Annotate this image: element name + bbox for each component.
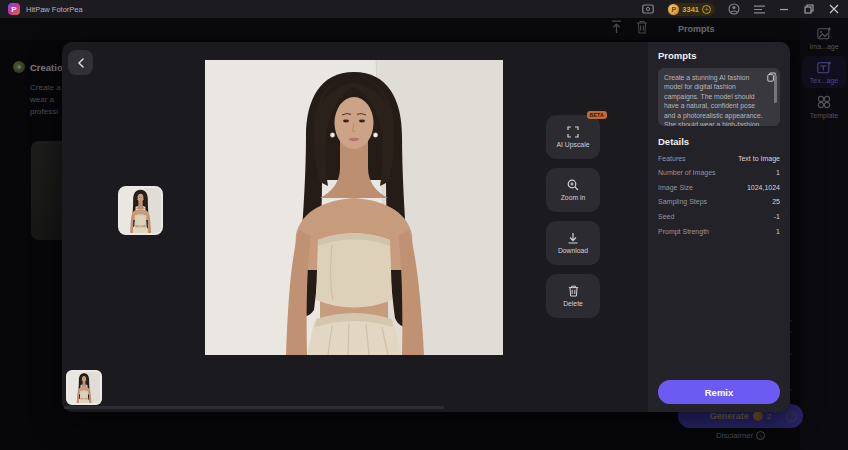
app-logo-icon: P	[8, 3, 20, 15]
restore-icon[interactable]	[803, 3, 815, 15]
add-credits-icon[interactable]: +	[702, 5, 711, 14]
remix-button[interactable]: Remix	[658, 380, 780, 404]
detail-row-features: Features Text to Image	[658, 155, 780, 162]
prompt-textarea[interactable]: Create a stunning AI fashion model for d…	[658, 68, 780, 126]
zoom-in-icon	[567, 179, 579, 191]
prompts-title: Prompts	[658, 50, 780, 61]
action-label: AI Upscale	[557, 141, 590, 148]
ai-upscale-button[interactable]: BETA AI Upscale	[546, 115, 600, 159]
back-button[interactable]	[68, 50, 93, 75]
thumbnail-preview[interactable]	[118, 186, 163, 235]
prompt-scrollbar[interactable]	[774, 75, 777, 103]
detail-label: Seed	[658, 213, 674, 220]
prompt-details-panel: Prompts Create a stunning AI fashion mod…	[648, 42, 790, 412]
delete-button[interactable]: Delete	[546, 274, 600, 318]
app-window: P HitPaw FotorPea P 3341 +	[0, 0, 848, 450]
credits-badge[interactable]: P 3341 +	[667, 3, 715, 16]
credits-count: 3341	[682, 5, 699, 14]
account-icon[interactable]	[728, 3, 740, 15]
horizontal-scrollbar[interactable]	[64, 406, 444, 409]
detail-value: 25	[772, 198, 780, 205]
menu-icon[interactable]	[753, 3, 765, 15]
beta-badge: BETA	[587, 111, 607, 119]
detail-value: -1	[774, 213, 780, 220]
detail-value: 1	[776, 169, 780, 176]
detail-label: Image Size	[658, 184, 693, 191]
detail-value: 1	[776, 228, 780, 235]
detail-value: Text to Image	[738, 155, 780, 162]
titlebar: P HitPaw FotorPea P 3341 +	[0, 0, 848, 18]
zoom-in-button[interactable]: Zoom in	[546, 168, 600, 212]
detail-row-image-size: Image Size 1024,1024	[658, 184, 780, 191]
result-preview-modal: BETA AI Upscale Zoom in Download Delete …	[62, 42, 790, 412]
minimize-icon[interactable]	[778, 3, 790, 15]
detail-label: Features	[658, 155, 686, 162]
chevron-left-icon	[77, 58, 85, 68]
detail-row-sampling-steps: Sampling Steps 25	[658, 198, 780, 205]
delete-icon	[568, 285, 579, 297]
generated-image[interactable]	[205, 60, 503, 355]
detail-label: Number of Images	[658, 169, 716, 176]
detail-label: Prompt Strength	[658, 228, 709, 235]
coin-icon: P	[668, 4, 679, 15]
detail-row-seed: Seed -1	[658, 213, 780, 220]
screenshot-icon[interactable]	[642, 3, 654, 15]
detail-value: 1024,1024	[747, 184, 780, 191]
app-title: HitPaw FotorPea	[26, 5, 83, 14]
action-label: Delete	[563, 300, 583, 307]
thumbnail-strip-item[interactable]	[66, 370, 102, 405]
detail-label: Sampling Steps	[658, 198, 707, 205]
detail-row-prompt-strength: Prompt Strength 1	[658, 228, 780, 235]
download-icon	[567, 232, 579, 244]
details-title: Details	[658, 136, 780, 147]
close-icon[interactable]	[828, 3, 840, 15]
download-button[interactable]: Download	[546, 221, 600, 265]
detail-row-number-of-images: Number of Images 1	[658, 169, 780, 176]
upscale-icon	[567, 126, 579, 138]
action-label: Download	[558, 247, 588, 254]
action-label: Zoom in	[561, 194, 586, 201]
prompt-text: Create a stunning AI fashion model for d…	[664, 74, 763, 126]
